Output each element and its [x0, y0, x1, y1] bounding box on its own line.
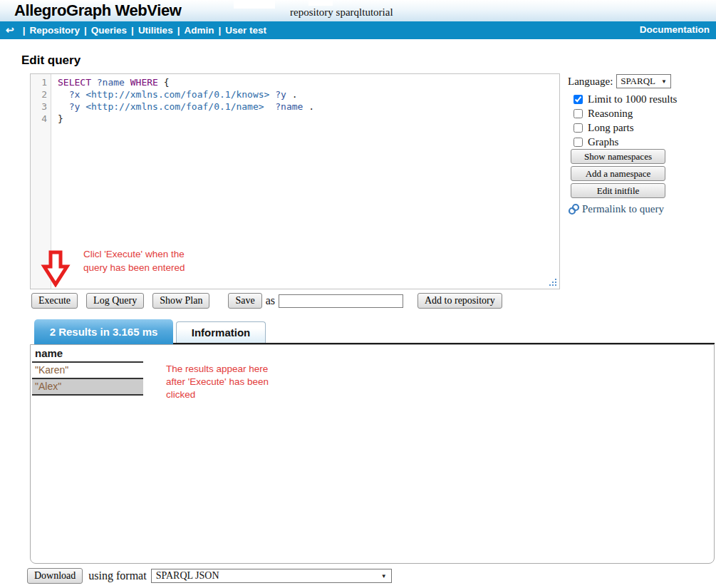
format-select[interactable]: SPARQL JSON ▼ [151, 569, 392, 583]
code-token [58, 89, 69, 100]
execute-button[interactable]: Execute [31, 293, 78, 309]
line-number: 2 [31, 88, 47, 100]
permalink-chain-icon [568, 203, 580, 215]
code-token: ?y [275, 89, 286, 100]
save-name-input[interactable] [279, 294, 403, 308]
results-annotation-text: The results appear here after 'Execute' … [166, 363, 269, 401]
result-row: "Karen" [32, 363, 143, 379]
code-token [80, 101, 85, 112]
nav-separator: | [84, 25, 87, 36]
nav-separator: | [23, 25, 26, 36]
code-token: . [286, 89, 298, 100]
app-header: AllegroGraph WebView repository sparqltu… [0, 0, 716, 21]
code-token: ?y [69, 101, 81, 112]
nav-left: ↩ | Repository | Queries | Utilities | A… [6, 24, 266, 36]
option-graphs[interactable]: Graphs [574, 135, 716, 149]
download-button[interactable]: Download [27, 568, 83, 584]
permalink-label: Permalink to query [582, 203, 664, 215]
download-row: Download using format SPARQL JSON ▼ [27, 568, 392, 584]
nav-item-admin[interactable]: Admin [184, 25, 214, 36]
results-column-header: name [32, 346, 143, 363]
limit-results-checkbox[interactable] [574, 95, 583, 104]
line-number: 3 [31, 100, 47, 113]
nav-separator: | [177, 25, 180, 36]
permalink-link[interactable]: Permalink to query [568, 203, 716, 215]
query-options-panel: Language: SPARQL ▼ Limit to 1000 results… [566, 74, 716, 215]
execute-annotation-text: Clicl 'Execute' when the query has been … [83, 247, 185, 274]
back-icon[interactable]: ↩ [6, 24, 14, 36]
code-token: . [303, 101, 314, 112]
code-line: SELECT ?name WHERE { [58, 76, 559, 88]
code-token [264, 101, 276, 112]
long-parts-checkbox[interactable] [574, 123, 583, 133]
edit-initfile-button[interactable]: Edit initfile [571, 183, 665, 198]
language-select-value: SPARQL [621, 76, 655, 87]
code-line: ?x <http://xmlns.com/foaf/0.1/knows> ?y … [58, 88, 559, 100]
code-token: <http://xmlns.com/foaf/0.1/name> [85, 101, 264, 112]
code-token: SELECT [58, 77, 91, 88]
results-table: name "Karen" "Alex" [32, 346, 143, 396]
code-token: <http://xmlns.com/foaf/0.1/knows> [85, 89, 269, 100]
code-token: { [158, 77, 170, 88]
code-token: WHERE [130, 77, 158, 88]
app-title: AllegroGraph WebView [14, 1, 181, 20]
option-reasoning[interactable]: Reasoning [574, 106, 716, 120]
nav-item-queries[interactable]: Queries [91, 25, 127, 36]
allegrograph-webview-screen: AllegroGraph WebView repository sparqltu… [0, 0, 716, 588]
line-number: 4 [31, 113, 47, 125]
code-token [80, 89, 85, 100]
language-label: Language: [568, 76, 613, 88]
code-token: ?name [97, 77, 125, 88]
code-token [125, 77, 130, 88]
language-select[interactable]: SPARQL ▼ [616, 74, 671, 88]
reasoning-checkbox[interactable] [574, 109, 583, 118]
result-row: "Alex" [32, 379, 143, 396]
long-parts-label: Long parts [588, 122, 634, 134]
using-format-label: using format [88, 569, 146, 582]
reasoning-label: Reasoning [588, 108, 633, 120]
nav-item-documentation[interactable]: Documentation [640, 24, 710, 35]
graphs-checkbox[interactable] [574, 138, 583, 147]
nav-item-repository[interactable]: Repository [30, 25, 81, 36]
save-button[interactable]: Save [228, 293, 261, 309]
code-line: } [58, 113, 559, 125]
code-token: ?x [69, 89, 81, 100]
add-to-repository-button[interactable]: Add to repository [417, 293, 502, 309]
show-plan-button[interactable]: Show Plan [152, 293, 209, 309]
nav-separator: | [218, 25, 221, 36]
add-namespace-button[interactable]: Add a namespace [571, 166, 665, 181]
code-token [58, 101, 69, 112]
save-as-label: as [266, 294, 275, 307]
code-token [91, 77, 97, 88]
dropdown-arrow-icon: ▼ [381, 573, 387, 579]
nav-item-user-test[interactable]: User test [225, 25, 266, 36]
graphs-label: Graphs [588, 136, 618, 148]
log-query-button[interactable]: Log Query [86, 293, 144, 309]
option-long-parts[interactable]: Long parts [574, 120, 716, 135]
results-panel: name "Karen" "Alex" [30, 344, 715, 564]
show-namespaces-button[interactable]: Show namespaces [571, 149, 665, 164]
dropdown-arrow-icon: ▼ [661, 78, 667, 85]
code-token: ?name [275, 101, 303, 112]
page-title: Edit query [21, 53, 81, 68]
annotation-down-arrow-icon [41, 250, 71, 290]
code-line: ?y <http://xmlns.com/foaf/0.1/name> ?nam… [58, 100, 559, 113]
limit-results-label: Limit to 1000 results [588, 93, 677, 105]
code-token: } [58, 113, 63, 124]
resize-grip-icon[interactable] [549, 278, 557, 287]
main-nav: ↩ | Repository | Queries | Utilities | A… [0, 21, 716, 39]
query-actions: Execute Log Query Show Plan Save as Add … [31, 293, 502, 309]
tab-results[interactable]: 2 Results in 3.165 ms [34, 319, 173, 344]
language-row: Language: SPARQL ▼ [568, 74, 716, 88]
nav-item-utilities[interactable]: Utilities [138, 25, 173, 36]
repository-label: repository sparqltutorial [290, 6, 393, 19]
format-select-value: SPARQL JSON [156, 570, 219, 582]
white-patch [234, 0, 275, 9]
option-limit-results[interactable]: Limit to 1000 results [574, 92, 716, 106]
tab-information[interactable]: Information [176, 321, 266, 344]
line-number: 1 [31, 76, 47, 88]
nav-separator: | [131, 25, 134, 36]
white-patch [308, 0, 333, 6]
